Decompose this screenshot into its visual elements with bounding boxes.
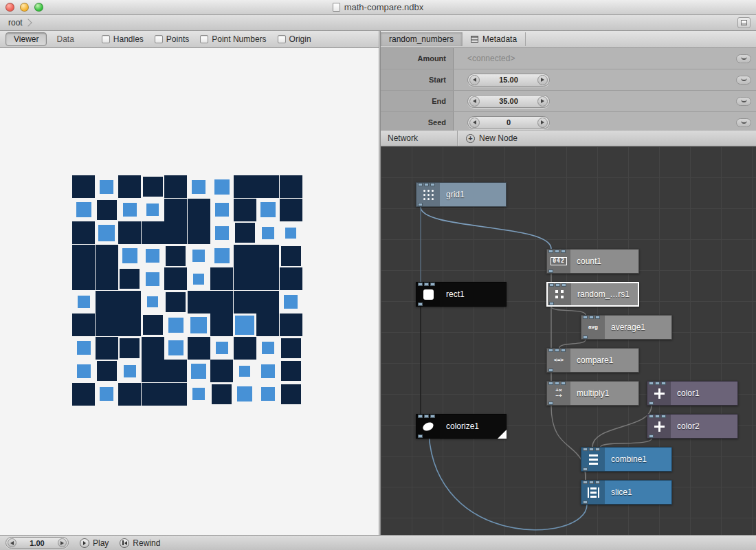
node-color1[interactable]: color1 bbox=[647, 381, 738, 406]
checkbox-box[interactable] bbox=[102, 35, 110, 43]
node-port[interactable] bbox=[418, 283, 423, 286]
frame-decrement-button[interactable] bbox=[8, 538, 16, 547]
zoom-window-button[interactable] bbox=[34, 3, 43, 12]
node-port[interactable] bbox=[549, 302, 554, 305]
node-port[interactable] bbox=[661, 382, 666, 385]
titlebar[interactable]: math-compare.ndbx bbox=[0, 0, 756, 15]
connection-color2-combine1 bbox=[601, 439, 652, 447]
node-port[interactable] bbox=[555, 283, 560, 287]
node-port[interactable] bbox=[589, 316, 594, 319]
node-port[interactable] bbox=[430, 183, 435, 186]
stepper-increment-button[interactable] bbox=[537, 96, 548, 107]
node-port[interactable] bbox=[649, 415, 654, 418]
pane-toggle-button[interactable] bbox=[737, 17, 751, 28]
frame-stepper[interactable]: 1.00 bbox=[5, 537, 69, 549]
node-port[interactable] bbox=[655, 382, 660, 385]
new-node-button[interactable]: + New Node bbox=[458, 133, 526, 143]
checkbox-handles[interactable]: Handles bbox=[102, 34, 144, 44]
node-port[interactable] bbox=[583, 481, 588, 484]
node-port[interactable] bbox=[418, 434, 423, 438]
node-port[interactable] bbox=[583, 448, 588, 451]
checkbox-box[interactable] bbox=[278, 35, 286, 43]
tab-viewer[interactable]: Viewer bbox=[5, 32, 47, 46]
node-combine1[interactable]: combine1 bbox=[581, 447, 672, 472]
checkbox-points[interactable]: Points bbox=[155, 34, 189, 44]
node-port[interactable] bbox=[555, 250, 559, 253]
node-port[interactable] bbox=[661, 415, 666, 418]
node-port[interactable] bbox=[548, 250, 553, 253]
node-port[interactable] bbox=[430, 283, 435, 286]
node-port[interactable] bbox=[583, 500, 588, 504]
node-average1[interactable]: avgaverage1 bbox=[581, 315, 672, 340]
node-port[interactable] bbox=[649, 382, 654, 385]
node-port[interactable] bbox=[424, 283, 429, 286]
tab-data[interactable]: Data bbox=[48, 32, 82, 46]
node-port[interactable] bbox=[649, 402, 654, 405]
network-canvas[interactable]: grid1042count1random_…rs1avgaverage1<=>c… bbox=[381, 146, 756, 535]
node-compare1[interactable]: <=>compare1 bbox=[546, 348, 639, 373]
node-port[interactable] bbox=[589, 481, 594, 484]
node-grid1[interactable]: grid1 bbox=[416, 182, 507, 207]
node-port[interactable] bbox=[583, 336, 588, 339]
stepper-decrement-button[interactable] bbox=[469, 118, 480, 128]
checkbox-origin[interactable]: Origin bbox=[278, 34, 311, 44]
node-port[interactable] bbox=[655, 415, 660, 418]
close-window-button[interactable] bbox=[5, 3, 14, 12]
node-port[interactable] bbox=[418, 183, 423, 186]
node-slice1[interactable]: slice1 bbox=[581, 480, 672, 505]
node-port[interactable] bbox=[548, 349, 553, 352]
stepper-increment-button[interactable] bbox=[537, 118, 548, 128]
node-port[interactable] bbox=[595, 481, 600, 484]
node-colorize1[interactable]: colorize1 bbox=[416, 414, 507, 439]
node-port[interactable] bbox=[549, 283, 554, 287]
node-color2[interactable]: color2 bbox=[647, 414, 738, 439]
node-port[interactable] bbox=[562, 283, 566, 287]
frame-increment-button[interactable] bbox=[58, 538, 67, 547]
node-port[interactable] bbox=[649, 434, 654, 438]
node-port[interactable] bbox=[548, 368, 553, 372]
node-random_numbers1[interactable]: random_…rs1 bbox=[546, 282, 639, 307]
expression-toggle[interactable] bbox=[736, 97, 751, 106]
stepper-decrement-button[interactable] bbox=[469, 96, 480, 107]
node-port[interactable] bbox=[589, 448, 594, 451]
viewer-canvas[interactable] bbox=[0, 48, 379, 535]
stepper-increment-button[interactable] bbox=[537, 75, 548, 85]
play-button[interactable]: Play bbox=[80, 538, 109, 548]
expression-toggle[interactable] bbox=[736, 76, 751, 85]
node-port[interactable] bbox=[583, 316, 588, 319]
node-port[interactable] bbox=[555, 349, 559, 352]
value-stepper[interactable]: 35.00 bbox=[467, 95, 550, 108]
expression-toggle[interactable] bbox=[736, 54, 751, 63]
node-port[interactable] bbox=[595, 448, 600, 451]
node-port[interactable] bbox=[595, 316, 600, 319]
node-port[interactable] bbox=[424, 415, 429, 418]
checkbox-box[interactable] bbox=[200, 35, 208, 43]
stepper-decrement-button[interactable] bbox=[469, 75, 480, 85]
checkbox-point-numbers[interactable]: Point Numbers bbox=[200, 34, 266, 44]
node-port[interactable] bbox=[424, 183, 429, 186]
node-port[interactable] bbox=[561, 250, 566, 253]
node-port[interactable] bbox=[555, 382, 559, 385]
tab-metadata[interactable]: Metadata bbox=[463, 32, 526, 46]
node-port[interactable] bbox=[418, 203, 423, 206]
node-port[interactable] bbox=[418, 415, 423, 418]
node-count1[interactable]: 042count1 bbox=[546, 249, 639, 274]
node-port[interactable] bbox=[548, 382, 553, 385]
minimize-window-button[interactable] bbox=[20, 3, 29, 12]
expression-toggle[interactable] bbox=[736, 118, 751, 127]
node-port[interactable] bbox=[583, 468, 588, 471]
node-multiply1[interactable]: +× −÷multiply1 bbox=[546, 381, 639, 406]
node-port[interactable] bbox=[418, 302, 423, 306]
node-port[interactable] bbox=[561, 382, 566, 385]
node-rect1[interactable]: rect1 bbox=[416, 282, 507, 307]
viewer-square bbox=[164, 221, 187, 244]
value-stepper[interactable]: 0 bbox=[467, 116, 550, 129]
node-port[interactable] bbox=[548, 270, 553, 273]
node-port[interactable] bbox=[430, 415, 435, 418]
node-port[interactable] bbox=[548, 402, 553, 405]
value-stepper[interactable]: 15.00 bbox=[467, 74, 550, 87]
node-port[interactable] bbox=[561, 349, 566, 352]
checkbox-box[interactable] bbox=[155, 35, 163, 43]
rewind-button[interactable]: Rewind bbox=[120, 538, 160, 548]
tab-random-numbers[interactable]: random_numbers bbox=[381, 32, 463, 46]
